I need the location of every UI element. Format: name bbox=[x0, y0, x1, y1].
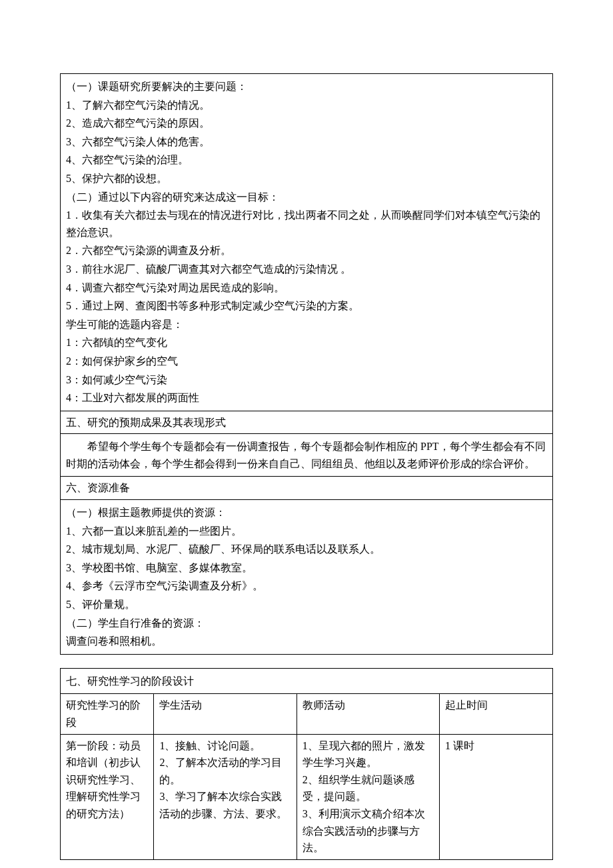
topics-header: 学生可能的选题内容是： bbox=[66, 316, 547, 333]
topic-item: 2：如何保护家乡的空气 bbox=[66, 353, 547, 370]
phase-design-table: 七、研究性学习的阶段设计 研究性学习的阶段 学生活动 教师活动 起止时间 第一阶… bbox=[60, 668, 553, 860]
main-content-table: （一）课题研究所要解决的主要问题： 1、了解六都空气污染的情况。 2、造成六都空… bbox=[60, 73, 553, 655]
resource-item: 1、六都一直以来脏乱差的一些图片。 bbox=[66, 523, 547, 540]
content-item: 2．六都空气污染源的调查及分析。 bbox=[66, 242, 547, 259]
phase1-student-activity: 1、接触、讨论问题。 2、了解本次活动的学习目的。 3、学习了解本次综合实践活动… bbox=[154, 734, 297, 859]
section5-title: 五、研究的预期成果及其表现形式 bbox=[61, 411, 553, 434]
content-item: 1．收集有关六都过去与现在的情况进行对比，找出两者不同之处，从而唤醒同学们对本镇… bbox=[66, 207, 547, 241]
section6-title: 六、资源准备 bbox=[61, 477, 553, 500]
col-header-phase: 研究性学习的阶段 bbox=[61, 694, 154, 734]
phase1-name: 第一阶段：动员和培训（初步认识研究性学习、理解研究性学习的研究方法） bbox=[61, 734, 154, 859]
topic-item: 3：如何减少空气污染 bbox=[66, 371, 547, 389]
content-item: 5．通过上网、查阅图书等多种形式制定减少空气污染的方案。 bbox=[66, 297, 547, 315]
phase-row-1: 第一阶段：动员和培训（初步认识研究性学习、理解研究性学习的研究方法） 1、接触、… bbox=[61, 734, 553, 859]
problem-item: 5、保护六都的设想。 bbox=[66, 170, 547, 187]
col-header-student: 学生活动 bbox=[154, 694, 297, 734]
problem-item: 3、六都空气污染人体的危害。 bbox=[66, 133, 547, 151]
resource-item: 2、城市规划局、水泥厂、硫酸厂、环保局的联系电话以及联系人。 bbox=[66, 541, 547, 558]
phase1-time: 1 课时 bbox=[440, 734, 553, 859]
section-research-problems: （一）课题研究所要解决的主要问题： 1、了解六都空气污染的情况。 2、造成六都空… bbox=[61, 74, 553, 411]
problem-item: 1、了解六都空气污染的情况。 bbox=[66, 97, 547, 114]
problem-item: 4、六都空气污染的治理。 bbox=[66, 151, 547, 169]
topic-item: 1：六都镇的空气变化 bbox=[66, 334, 547, 351]
phase-table-header-row: 研究性学习的阶段 学生活动 教师活动 起止时间 bbox=[61, 694, 553, 734]
student-resources-header: （二）学生自行准备的资源： bbox=[66, 615, 547, 632]
resource-item: 5、评价量规。 bbox=[66, 596, 547, 613]
teacher-resources-header: （一）根据主题教师提供的资源： bbox=[66, 504, 547, 521]
content-item: 4．调查六都空气污染对周边居民造成的影响。 bbox=[66, 279, 547, 297]
section5-content-cell: 希望每个学生每个专题都会有一份调查报告，每个专题都会制作相应的 PPT，每个学生… bbox=[61, 434, 553, 477]
research-content-header: （二）通过以下内容的研究来达成这一目标： bbox=[66, 189, 547, 206]
student-resources-content: 调查问卷和照相机。 bbox=[66, 633, 547, 650]
col-header-teacher: 教师活动 bbox=[297, 694, 439, 734]
section6-content-cell: （一）根据主题教师提供的资源： 1、六都一直以来脏乱差的一些图片。 2、城市规划… bbox=[61, 500, 553, 655]
resource-item: 4、参考《云浮市空气污染调查及分析》。 bbox=[66, 577, 547, 595]
resource-item: 3、学校图书馆、电脑室、多媒体教室。 bbox=[66, 559, 547, 577]
col-header-time: 起止时间 bbox=[440, 694, 553, 734]
section5-content: 希望每个学生每个专题都会有一份调查报告，每个专题都会制作相应的 PPT，每个学生… bbox=[66, 438, 547, 472]
research-problems-header: （一）课题研究所要解决的主要问题： bbox=[66, 78, 547, 95]
content-item: 3．前往水泥厂、硫酸厂调查其对六都空气造成的污染情况 。 bbox=[66, 261, 547, 278]
problem-item: 2、造成六都空气污染的原因。 bbox=[66, 115, 547, 132]
topic-item: 4：工业对六都发展的两面性 bbox=[66, 389, 547, 407]
phase1-teacher-activity: 1、呈现六都的照片，激发学生学习兴趣。 2、组织学生就问题谈感受，提问题。 3、… bbox=[297, 734, 439, 859]
section7-title: 七、研究性学习的阶段设计 bbox=[61, 668, 553, 694]
